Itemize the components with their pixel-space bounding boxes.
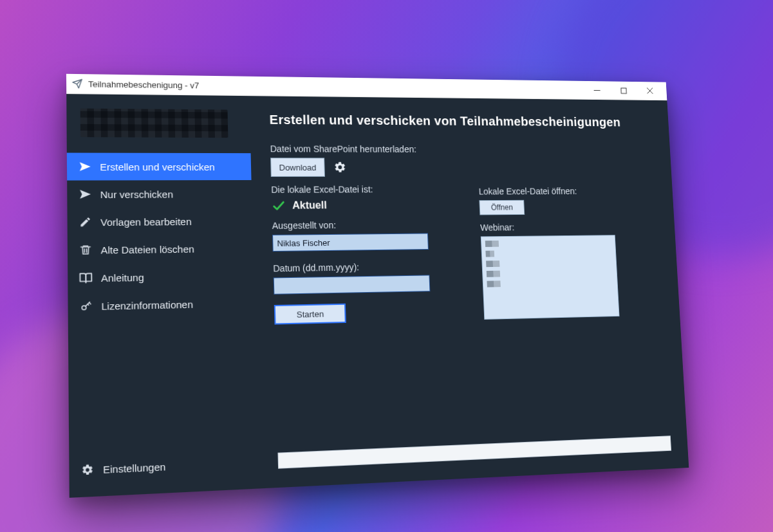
paper-plane-icon [78,160,92,173]
sidebar-item-templates[interactable]: Vorlagen bearbeiten [67,207,252,236]
maximize-button[interactable] [610,82,637,100]
webinar-label: Webinar: [480,221,658,233]
sidebar: Erstellen und verschicken Nur verschicke… [66,94,258,498]
sidebar-item-label: Einstellungen [102,461,165,475]
list-item[interactable] [486,261,499,267]
minimize-button[interactable] [582,81,610,99]
main-panel: Erstellen und verschicken von Teilnahmeb… [249,96,689,488]
pencil-icon [78,216,92,229]
gear-icon [80,463,94,477]
key-icon [79,299,93,313]
check-icon [271,199,286,213]
open-file-label: Lokale Excel-Datei öffnen: [478,186,657,196]
date-label: Datum (dd.mm.yyyy): [273,261,463,273]
list-item[interactable] [487,280,500,287]
open-file-button[interactable]: Öffnen [479,200,525,216]
sidebar-item-send-only[interactable]: Nur verschicken [67,180,252,208]
sidebar-item-manual[interactable]: Anleitung [68,262,254,293]
list-item[interactable] [486,271,499,277]
sidebar-item-label: Nur verschicken [100,188,173,200]
trash-icon [79,243,93,257]
app-window: Teilnahmebeschenigung - v7 [66,74,688,498]
svg-rect-1 [620,87,626,93]
close-button[interactable] [636,82,664,100]
local-file-status: Aktuell [271,197,461,212]
sidebar-item-delete-old[interactable]: Alte Dateien löschen [67,234,253,264]
book-icon [79,271,93,285]
download-label: Datei vom SharePoint herunterladen: [270,143,654,154]
list-item[interactable] [485,241,498,247]
sidebar-item-license[interactable]: Lizenzinformationen [68,289,254,320]
app-body: Erstellen und verschicken Nur verschicke… [66,94,689,498]
download-button[interactable]: Download [270,158,325,177]
sidebar-item-settings[interactable]: Einstellungen [69,448,258,486]
start-button[interactable]: Starten [274,304,346,325]
issued-by-input[interactable] [272,233,429,252]
sidebar-item-label: Erstellen und verschicken [100,161,215,172]
paper-plane-icon [71,78,82,89]
progress-bar [277,436,671,468]
sidebar-item-label: Lizenzinformationen [101,298,193,312]
sidebar-item-create-send[interactable]: Erstellen und verschicken [66,153,251,181]
paper-plane-icon [78,188,92,201]
brand-logo [66,94,250,149]
sidebar-item-label: Anleitung [100,271,144,284]
sidebar-menu: Erstellen und verschicken Nur verschicke… [66,153,254,321]
local-file-status-text: Aktuell [292,199,327,211]
local-file-label: Die lokale Excel-Datei ist: [271,184,460,195]
issued-by-label: Ausgestellt von: [272,219,461,230]
download-settings-button[interactable] [333,161,346,174]
sidebar-item-label: Vorlagen bearbeiten [100,216,192,227]
webinar-listbox[interactable] [480,235,619,320]
page-title: Erstellen und verschicken von Teilnahmeb… [269,113,653,129]
window-title: Teilnahmebeschenigung - v7 [88,79,199,90]
date-input[interactable] [273,275,430,294]
list-item[interactable] [485,251,494,257]
sidebar-item-label: Alte Dateien löschen [100,243,194,255]
